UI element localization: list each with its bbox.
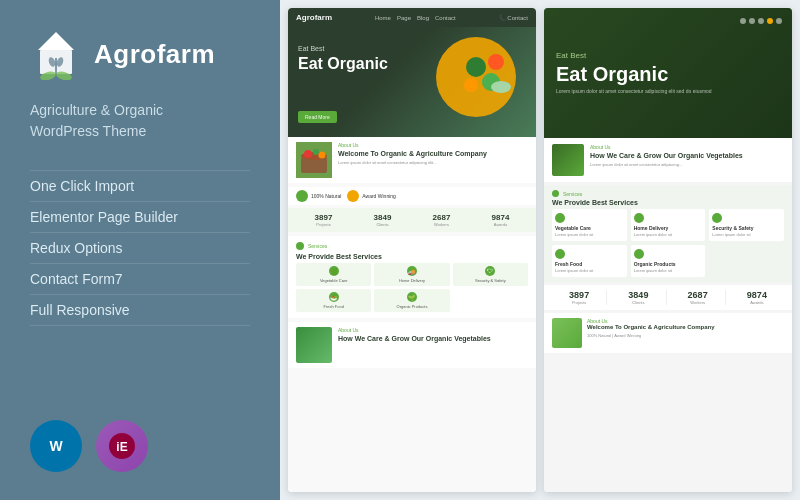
p2-svc-desc-sec: Lorem ipsum dolor sit — [712, 232, 781, 237]
preview-nav-bar: Agrofarm Home Page Blog Contact 📞 Contac… — [288, 8, 536, 27]
stat-label-2: Clients — [355, 222, 410, 227]
feature-elementor[interactable]: Elementor Page Builder — [30, 202, 250, 233]
logo-text: Agrofarm — [94, 39, 215, 70]
welcome-text: About Us Welcome To Organic & Agricultur… — [338, 142, 528, 178]
hero-big-text: Eat Organic — [298, 55, 388, 73]
vegetables-svg — [446, 37, 526, 117]
stat-2: 3849 Clients — [355, 213, 410, 227]
p2-svc-icon-del — [634, 213, 644, 223]
svg-point-13 — [488, 54, 504, 70]
service-label-delivery: Home Delivery — [377, 278, 446, 283]
right-panel: Agrofarm Home Page Blog Contact 📞 Contac… — [280, 0, 800, 500]
nav-home: Home — [375, 15, 391, 21]
service-icon-security: 🛡 — [485, 266, 495, 276]
basket-image — [296, 142, 332, 178]
nav-contact: Contact — [435, 15, 456, 21]
award-badge: Award Winning — [347, 190, 396, 202]
p2-stat-num-1: 3897 — [552, 290, 606, 300]
service-delivery: 🚚 Home Delivery — [374, 263, 449, 286]
p2-services-tag: Services — [563, 191, 582, 197]
svg-point-22 — [319, 152, 326, 159]
p2-welcome-text: About Us Welcome To Organic & Agricultur… — [587, 318, 784, 348]
stat-label-1: Projects — [296, 222, 351, 227]
feature-responsive[interactable]: Full Responsive — [30, 295, 250, 326]
stat-num-1: 3897 — [296, 213, 351, 222]
feature-one-click-import[interactable]: One Click Import — [30, 170, 250, 202]
icons-row: 100% Natural Award Winning — [288, 187, 536, 205]
p2-service-delivery: Home Delivery Lorem ipsum dolor sit — [631, 209, 706, 241]
p2-bio-section-top: About Us How We Care & Grow Our Organic … — [544, 138, 792, 182]
feature-contact-form[interactable]: Contact Form7 — [30, 264, 250, 295]
p2-content: About Us How We Care & Grow Our Organic … — [544, 138, 792, 492]
logo-area: Agrofarm — [30, 28, 250, 80]
p2-stat-label-2: Clients — [611, 300, 665, 305]
preview-nav: Home Page Blog Contact — [375, 15, 456, 21]
p2-svc-name-fresh: Fresh Food — [555, 261, 624, 267]
natural-badge: 100% Natural — [296, 190, 341, 202]
elementor-badge[interactable]: iE — [96, 420, 148, 472]
p2-svc-desc-veg: Lorem ipsum dolor sit — [555, 232, 624, 237]
preview-card-1: Agrofarm Home Page Blog Contact 📞 Contac… — [288, 8, 536, 492]
service-fresh: 🥗 Fresh Food — [296, 289, 371, 312]
p2-svc-name-veg: Vegetable Care — [555, 225, 624, 231]
dot-2 — [749, 18, 755, 24]
svg-point-21 — [313, 149, 319, 155]
preview2-hero: Eat Best Eat Organic Lorem ipsum dolor s… — [544, 8, 792, 138]
p2-services-grid: Vegetable Care Lorem ipsum dolor sit Hom… — [552, 209, 784, 277]
p2-stat-label-4: Awards — [730, 300, 784, 305]
stat-3: 2687 Workers — [414, 213, 469, 227]
p2-svc-icon-org — [634, 249, 644, 259]
hero-small-text: Eat Best — [298, 45, 388, 52]
tagline-line2: WordPress Theme — [30, 123, 146, 139]
service-organic: 🌱 Organic Products — [374, 289, 449, 312]
p2-services-header: Services — [552, 190, 784, 197]
p2-bio-img — [552, 144, 584, 176]
feature-list: One Click Import Elementor Page Builder … — [30, 170, 250, 326]
service-label-veg: Vegetable Care — [299, 278, 368, 283]
natural-icon — [296, 190, 308, 202]
preview-contact: 📞 Contact — [499, 14, 528, 21]
stat-label-4: Awards — [473, 222, 528, 227]
p2-stat-4: 9874 Awards — [730, 290, 784, 305]
preview-brand: Agrofarm — [296, 13, 332, 22]
p2-svc-name-del: Home Delivery — [634, 225, 703, 231]
p2-welcome-section: About Us Welcome To Organic & Agricultur… — [544, 313, 792, 353]
p2-stat-3: 2687 Workers — [671, 290, 726, 305]
stat-4: 9874 Awards — [473, 213, 528, 227]
logo-icon — [30, 28, 82, 80]
service-veg-care: 🌿 Vegetable Care — [296, 263, 371, 286]
p2-service-organic: Organic Products Lorem ipsum dolor sit — [631, 245, 706, 277]
natural-label: 100% Natural — [311, 193, 341, 199]
bio-section-bottom: About Us How We Care & Grow Our Organic … — [288, 322, 536, 368]
p2-svc-name-org: Organic Products — [634, 261, 703, 267]
svg-text:iE: iE — [116, 440, 127, 454]
wordpress-badge[interactable]: W — [30, 420, 82, 472]
preview-hero: Eat Best Eat Organic Read More — [288, 27, 536, 137]
p2-svc-icon-sec — [712, 213, 722, 223]
p2-stat-2: 3849 Clients — [611, 290, 666, 305]
dot-1 — [740, 18, 746, 24]
p2-bio-text: About Us How We Care & Grow Our Organic … — [590, 144, 743, 176]
p2-services-title: We Provide Best Services — [552, 199, 784, 206]
services-section: Services We Provide Best Services 🌿 Vege… — [288, 236, 536, 318]
wordpress-icon: W — [41, 431, 71, 461]
hero-read-more-btn[interactable]: Read More — [298, 111, 337, 123]
hero-veggies-image — [443, 32, 528, 122]
feature-redux[interactable]: Redux Options — [30, 233, 250, 264]
welcome-desc: Lorem ipsum dolor sit amet consectetur a… — [338, 160, 528, 166]
services-title: We Provide Best Services — [296, 253, 528, 260]
welcome-tag: About Us — [338, 142, 528, 148]
p2-stat-num-3: 2687 — [671, 290, 725, 300]
service-label-organic: Organic Products — [377, 304, 446, 309]
stat-num-4: 9874 — [473, 213, 528, 222]
award-icon — [347, 190, 359, 202]
welcome-title: Welcome To Organic & Agriculture Company — [338, 150, 528, 158]
bio-text-bottom: About Us How We Care & Grow Our Organic … — [338, 327, 528, 363]
hero-text-block: Eat Best Eat Organic — [298, 45, 388, 73]
preview-card-2: Eat Best Eat Organic Lorem ipsum dolor s… — [544, 8, 792, 492]
p2-service-security: Security & Safety Lorem ipsum dolor sit — [709, 209, 784, 241]
dot-4-active — [767, 18, 773, 24]
preview-content: About Us Welcome To Organic & Agricultur… — [288, 137, 536, 492]
service-security: 🛡 Security & Safety — [453, 263, 528, 286]
welcome-image — [296, 142, 332, 178]
